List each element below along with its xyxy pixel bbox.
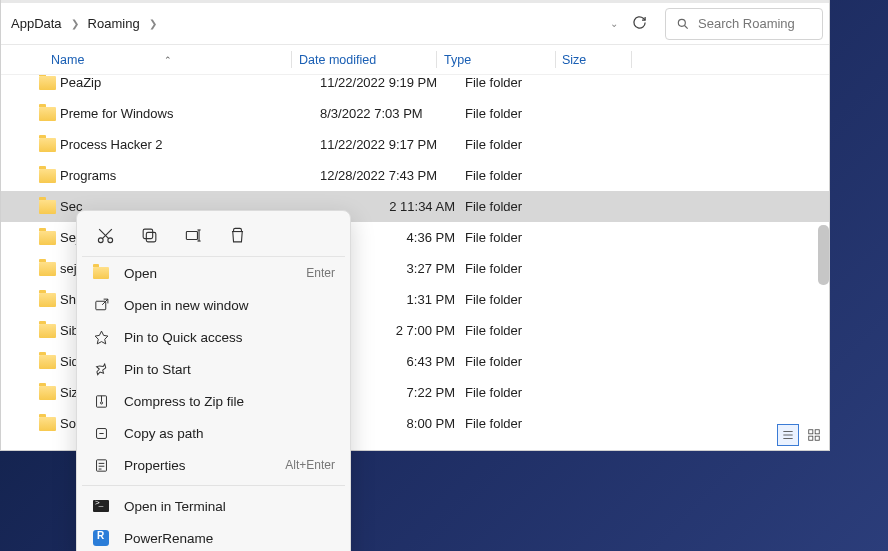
trash-icon: [228, 226, 247, 245]
menu-pin-quick-access[interactable]: Pin to Quick access: [82, 321, 345, 353]
svg-rect-7: [809, 436, 813, 440]
context-menu-action-row: [82, 216, 345, 257]
column-headers: Name ⌃ Date modified Type Size: [1, 45, 829, 75]
context-menu: Open Enter Open in new window Pin to Qui…: [76, 210, 351, 551]
history-dropdown-icon[interactable]: ⌄: [610, 18, 618, 29]
file-name: Programs: [60, 168, 320, 183]
file-type: File folder: [465, 168, 583, 183]
folder-icon: [39, 169, 56, 183]
rename-button[interactable]: [182, 224, 204, 246]
menu-label: Copy as path: [124, 426, 335, 441]
menu-shortcut: Alt+Enter: [285, 458, 335, 472]
breadcrumb[interactable]: AppData ❯ Roaming ❯: [7, 14, 602, 33]
sort-ascending-icon: ⌃: [164, 55, 172, 65]
folder-icon: [39, 107, 56, 121]
address-bar: AppData ❯ Roaming ❯ ⌄ Search Roaming: [1, 0, 829, 45]
folder-icon: [39, 200, 56, 214]
star-icon: [93, 329, 110, 346]
file-type: File folder: [465, 230, 583, 245]
menu-open-new-window[interactable]: Open in new window: [82, 289, 345, 321]
scissors-icon: [96, 226, 115, 245]
folder-icon: [39, 76, 56, 90]
powerrename-icon: [93, 530, 109, 546]
details-view-button[interactable]: [777, 424, 799, 446]
folder-icon: [39, 386, 56, 400]
file-name: PeaZip: [60, 75, 320, 90]
chevron-right-icon[interactable]: ❯: [142, 18, 164, 29]
folder-icon: [39, 138, 56, 152]
folder-icon: [39, 355, 56, 369]
file-type: File folder: [465, 354, 583, 369]
menu-label: Pin to Start: [124, 362, 335, 377]
file-type: File folder: [465, 261, 583, 276]
copy-path-icon: [93, 425, 110, 442]
svg-marker-20: [95, 331, 108, 344]
chevron-right-icon[interactable]: ❯: [64, 18, 86, 29]
svg-rect-15: [186, 231, 197, 239]
svg-rect-13: [146, 232, 156, 242]
file-type: File folder: [465, 385, 583, 400]
vertical-scrollbar[interactable]: [818, 225, 829, 285]
svg-line-1: [685, 25, 688, 28]
address-controls: ⌄: [610, 15, 657, 33]
menu-compress-zip[interactable]: Compress to Zip file: [82, 385, 345, 417]
breadcrumb-seg-roaming[interactable]: Roaming: [86, 14, 142, 33]
column-name-label: Name: [51, 53, 84, 67]
pin-icon: [93, 361, 110, 378]
column-size[interactable]: Size: [562, 53, 637, 67]
menu-properties[interactable]: Properties Alt+Enter: [82, 449, 345, 481]
menu-open-terminal[interactable]: Open in Terminal: [82, 490, 345, 522]
rename-icon: [184, 226, 203, 245]
view-mode-toggles: [777, 424, 825, 446]
breadcrumb-seg-appdata[interactable]: AppData: [9, 14, 64, 33]
folder-icon: [39, 324, 56, 338]
search-icon: [676, 17, 690, 31]
cut-button[interactable]: [94, 224, 116, 246]
menu-label: Open: [124, 266, 292, 281]
search-placeholder: Search Roaming: [698, 16, 795, 31]
file-name: Process Hacker 2: [60, 137, 320, 152]
menu-label: Pin to Quick access: [124, 330, 335, 345]
menu-copy-path[interactable]: Copy as path: [82, 417, 345, 449]
file-type: File folder: [465, 137, 583, 152]
search-input[interactable]: Search Roaming: [665, 8, 823, 40]
table-row[interactable]: PeaZip 11/22/2022 9:19 PM File folder: [1, 75, 829, 98]
folder-icon: [39, 417, 56, 431]
folder-icon: [39, 231, 56, 245]
file-date: 8/3/2022 7:03 PM: [320, 106, 465, 121]
folder-icon: [93, 267, 109, 279]
column-date[interactable]: Date modified: [299, 53, 444, 67]
svg-rect-6: [815, 430, 819, 434]
file-date: 11/22/2022 9:17 PM: [320, 137, 465, 152]
column-type[interactable]: Type: [444, 53, 562, 67]
file-date: 12/28/2022 7:43 PM: [320, 168, 465, 183]
menu-label: Open in new window: [124, 298, 335, 313]
menu-label: PowerRename: [124, 531, 335, 546]
menu-pin-start[interactable]: Pin to Start: [82, 353, 345, 385]
menu-label: Properties: [124, 458, 271, 473]
file-type: File folder: [465, 292, 583, 307]
thumbnails-view-button[interactable]: [803, 424, 825, 446]
svg-point-23: [100, 401, 102, 403]
copy-button[interactable]: [138, 224, 160, 246]
menu-shortcut: Enter: [306, 266, 335, 280]
table-row[interactable]: Programs 12/28/2022 7:43 PM File folder: [1, 160, 829, 191]
table-row[interactable]: Process Hacker 2 11/22/2022 9:17 PM File…: [1, 129, 829, 160]
delete-button[interactable]: [226, 224, 248, 246]
menu-label: Open in Terminal: [124, 499, 335, 514]
file-type: File folder: [465, 106, 583, 121]
file-type: File folder: [465, 75, 583, 90]
copy-icon: [140, 226, 159, 245]
file-type: File folder: [465, 416, 583, 431]
file-type: File folder: [465, 199, 583, 214]
table-row[interactable]: Preme for Windows 8/3/2022 7:03 PM File …: [1, 98, 829, 129]
svg-rect-8: [815, 436, 819, 440]
file-type: File folder: [465, 323, 583, 338]
folder-icon: [39, 262, 56, 276]
folder-icon: [39, 293, 56, 307]
menu-powerrename[interactable]: PowerRename: [82, 522, 345, 551]
column-name[interactable]: Name ⌃: [51, 53, 299, 67]
refresh-icon[interactable]: [632, 15, 647, 33]
svg-rect-5: [809, 430, 813, 434]
menu-open[interactable]: Open Enter: [82, 257, 345, 289]
